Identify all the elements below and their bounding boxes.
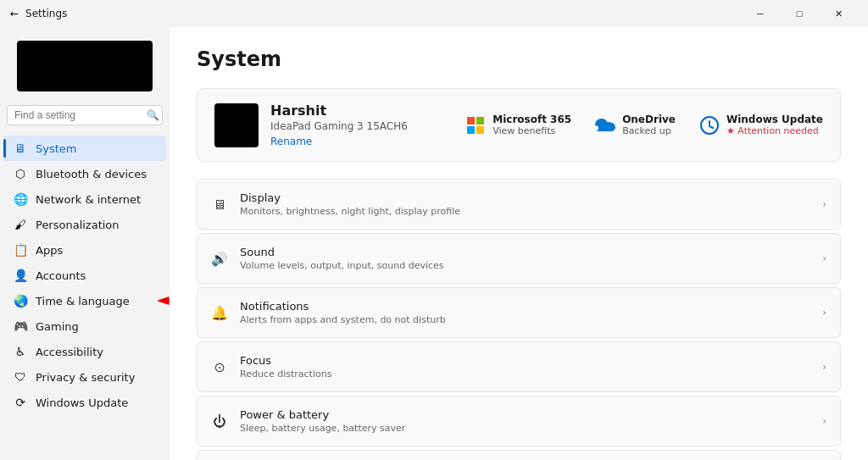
- onedrive-status: Backed up: [622, 125, 676, 136]
- notifications-title: Notifications: [240, 300, 810, 313]
- focus-text: Focus Reduce distractions: [240, 354, 810, 380]
- svg-rect-2: [467, 117, 475, 125]
- network-icon: 🌐: [14, 192, 27, 206]
- sidebar-avatar: [17, 41, 153, 91]
- power-title: Power & battery: [240, 408, 810, 421]
- sidebar-item-accounts[interactable]: 👤 Accounts: [3, 263, 166, 288]
- page-title: System: [197, 47, 841, 71]
- minimize-button[interactable]: ─: [741, 0, 780, 27]
- svg-rect-5: [476, 126, 484, 134]
- settings-item-power[interactable]: ⏻ Power & battery Sleep, battery usage, …: [197, 396, 841, 446]
- sidebar-item-accessibility[interactable]: ♿ Accessibility: [3, 339, 166, 364]
- display-title: Display: [240, 191, 810, 204]
- search-bar[interactable]: 🔍: [7, 105, 163, 125]
- title-bar-left: ← Settings: [10, 8, 67, 19]
- windowsupdate-name: Windows Update: [726, 114, 823, 125]
- sidebar-item-label: Personalization: [36, 219, 120, 231]
- arrow-annotation: [158, 291, 170, 311]
- settings-item-display[interactable]: 🖥 Display Monitors, brightness, night li…: [197, 179, 841, 230]
- sidebar-item-label: Bluetooth & devices: [36, 168, 147, 180]
- power-icon: ⏻: [211, 413, 228, 430]
- main-panel: System Harshit IdeaPad Gaming 3 15ACH6 R…: [170, 27, 868, 460]
- sidebar-item-label: Apps: [36, 244, 63, 257]
- personalization-icon: 🖌: [14, 218, 27, 231]
- accounts-icon: 👤: [14, 269, 27, 282]
- back-button[interactable]: ←: [10, 8, 19, 19]
- accessibility-icon: ♿: [14, 345, 27, 358]
- privacy-icon: 🛡: [14, 370, 27, 384]
- power-text: Power & battery Sleep, battery usage, ba…: [240, 408, 810, 434]
- microsoft365-service[interactable]: Microsoft 365 View benefits: [465, 114, 571, 136]
- sidebar-item-label: Network & internet: [36, 193, 141, 206]
- focus-title: Focus: [240, 354, 810, 367]
- sidebar-item-apps[interactable]: 📋 Apps: [3, 237, 166, 263]
- settings-list: 🖥 Display Monitors, brightness, night li…: [197, 179, 841, 460]
- microsoft365-status: View benefits: [492, 125, 571, 136]
- search-icon: 🔍: [147, 109, 159, 121]
- display-icon: 🖥: [211, 196, 228, 213]
- svg-rect-3: [476, 117, 484, 125]
- focus-icon: ⊙: [211, 358, 228, 375]
- sidebar-item-time[interactable]: 🌏 Time & language: [3, 288, 166, 313]
- profile-section: Harshit IdeaPad Gaming 3 15ACH6 Rename: [197, 88, 841, 162]
- title-bar-controls: ─ □ ✕: [741, 0, 858, 27]
- display-text: Display Monitors, brightness, night ligh…: [240, 191, 810, 217]
- sidebar-item-system[interactable]: 🖥 System: [3, 136, 166, 161]
- display-desc: Monitors, brightness, night light, displ…: [240, 206, 810, 217]
- settings-item-sound[interactable]: 🔊 Sound Volume levels, output, input, so…: [197, 233, 841, 284]
- focus-desc: Reduce distractions: [240, 369, 810, 380]
- sound-title: Sound: [240, 246, 810, 258]
- sidebar-item-label: Gaming: [36, 320, 79, 333]
- settings-item-storage[interactable]: 💾 Storage Storage space, drives, configu…: [197, 450, 841, 460]
- onedrive-info: OneDrive Backed up: [622, 114, 676, 136]
- microsoft365-icon: [465, 115, 486, 136]
- sidebar-item-personalization[interactable]: 🖌 Personalization: [3, 212, 166, 237]
- restore-button[interactable]: □: [780, 0, 819, 27]
- update-icon: ⟳: [14, 396, 27, 409]
- microsoft365-name: Microsoft 365: [492, 114, 571, 125]
- windowsupdate-icon: [699, 115, 720, 136]
- sidebar-item-label: Time & language: [36, 295, 130, 308]
- sidebar-item-label: System: [36, 142, 76, 155]
- sidebar-item-label: Accounts: [36, 269, 86, 282]
- notifications-desc: Alerts from apps and system, do not dist…: [240, 314, 810, 325]
- system-icon: 🖥: [14, 141, 27, 155]
- profile-services: Microsoft 365 View benefits OneDrive Bac…: [465, 114, 823, 136]
- windowsupdate-service[interactable]: Windows Update ★ Attention needed: [699, 114, 823, 136]
- onedrive-service[interactable]: OneDrive Backed up: [595, 114, 676, 136]
- sidebar-item-privacy[interactable]: 🛡 Privacy & security: [3, 364, 166, 390]
- power-desc: Sleep, battery usage, battery saver: [240, 423, 810, 434]
- power-chevron: ›: [822, 415, 826, 427]
- bluetooth-icon: ⬡: [14, 167, 27, 180]
- settings-item-notifications[interactable]: 🔔 Notifications Alerts from apps and sys…: [197, 287, 841, 338]
- svg-rect-4: [467, 126, 475, 134]
- sound-desc: Volume levels, output, input, sound devi…: [240, 260, 810, 271]
- rename-link[interactable]: Rename: [270, 136, 408, 147]
- sidebar-item-label: Privacy & security: [36, 371, 135, 384]
- sidebar-item-bluetooth[interactable]: ⬡ Bluetooth & devices: [3, 161, 166, 186]
- time-icon: 🌏: [14, 294, 27, 308]
- profile-name: Harshit: [270, 103, 408, 119]
- title-bar: ← Settings ─ □ ✕: [0, 0, 868, 27]
- app-body: 🔍 🖥 System ⬡ Bluetooth & devices 🌐 Netwo…: [0, 27, 868, 460]
- onedrive-name: OneDrive: [622, 114, 676, 125]
- sidebar-item-gaming[interactable]: 🎮 Gaming: [3, 313, 166, 339]
- microsoft365-info: Microsoft 365 View benefits: [492, 114, 571, 136]
- windowsupdate-status: ★ Attention needed: [726, 125, 823, 136]
- sidebar-item-label: Windows Update: [36, 396, 128, 409]
- sidebar: 🔍 🖥 System ⬡ Bluetooth & devices 🌐 Netwo…: [0, 27, 170, 460]
- notifications-icon: 🔔: [211, 304, 228, 321]
- sidebar-item-network[interactable]: 🌐 Network & internet: [3, 186, 166, 212]
- settings-item-focus[interactable]: ⊙ Focus Reduce distractions ›: [197, 341, 841, 392]
- notifications-chevron: ›: [822, 307, 826, 319]
- windowsupdate-info: Windows Update ★ Attention needed: [726, 114, 823, 136]
- display-chevron: ›: [822, 198, 826, 210]
- sidebar-item-label: Accessibility: [36, 346, 103, 358]
- close-button[interactable]: ✕: [819, 0, 858, 27]
- search-input[interactable]: [14, 109, 142, 121]
- sound-chevron: ›: [822, 252, 826, 264]
- onedrive-icon: [595, 115, 615, 136]
- profile-device: IdeaPad Gaming 3 15ACH6: [270, 120, 408, 132]
- sidebar-item-update[interactable]: ⟳ Windows Update: [3, 390, 166, 415]
- notifications-text: Notifications Alerts from apps and syste…: [240, 300, 810, 325]
